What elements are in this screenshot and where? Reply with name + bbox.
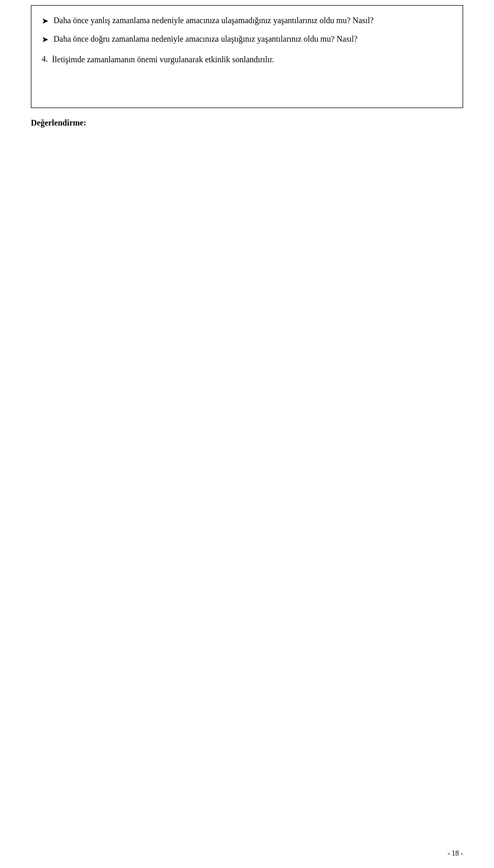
numbered-label-4: 4. xyxy=(42,53,48,65)
bullet-arrow-1: ➤ xyxy=(42,15,48,27)
page-container: ➤ Daha önce yanlış zamanlama nedeniyle a… xyxy=(0,0,494,868)
content-box: ➤ Daha önce yanlış zamanlama nedeniyle a… xyxy=(31,5,463,108)
bullet-text-2: Daha önce doğru zamanlama nedeniyle amac… xyxy=(54,32,452,46)
page-number: - 18 - xyxy=(448,849,463,858)
numbered-text-4: İletişimde zamanlamanın önemi vurgulanar… xyxy=(52,53,452,66)
numbered-item-4: 4. İletişimde zamanlamanın önemi vurgula… xyxy=(42,53,452,66)
bullet-item-2: ➤ Daha önce doğru zamanlama nedeniyle am… xyxy=(42,32,452,46)
bullet-text-1: Daha önce yanlış zamanlama nedeniyle ama… xyxy=(54,14,452,27)
bullet-item-1: ➤ Daha önce yanlış zamanlama nedeniyle a… xyxy=(42,14,452,27)
section-label: Değerlendirme: xyxy=(31,118,463,128)
bullet-arrow-2: ➤ xyxy=(42,33,48,46)
